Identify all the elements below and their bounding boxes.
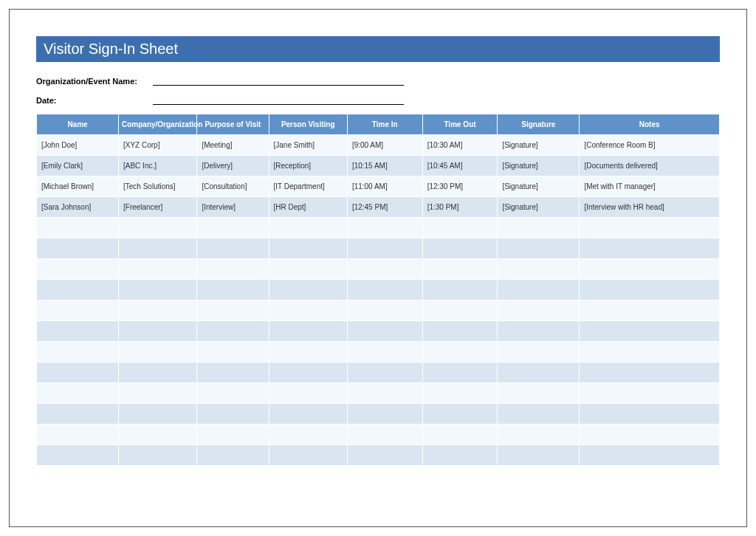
cell-notes[interactable]: [Documents delivered] — [580, 156, 720, 176]
cell-purpose[interactable]: [Delivery] — [197, 156, 269, 176]
cell-empty[interactable] — [498, 445, 580, 466]
cell-person[interactable]: [Reception] — [269, 156, 347, 176]
cell-empty[interactable] — [580, 383, 720, 404]
cell-empty[interactable] — [119, 383, 197, 404]
cell-empty[interactable] — [347, 321, 422, 342]
cell-name[interactable]: [Emily Clark] — [37, 156, 119, 176]
cell-empty[interactable] — [347, 445, 422, 466]
cell-empty[interactable] — [347, 218, 422, 238]
cell-empty[interactable] — [269, 300, 347, 321]
cell-empty[interactable] — [498, 238, 580, 259]
cell-empty[interactable] — [37, 404, 119, 425]
cell-empty[interactable] — [269, 280, 347, 300]
cell-purpose[interactable]: [Interview] — [197, 197, 269, 218]
cell-empty[interactable] — [498, 259, 580, 280]
cell-empty[interactable] — [422, 425, 498, 445]
cell-empty[interactable] — [422, 363, 498, 383]
cell-empty[interactable] — [197, 259, 269, 280]
cell-empty[interactable] — [498, 280, 580, 300]
cell-empty[interactable] — [37, 425, 119, 445]
cell-empty[interactable] — [422, 259, 498, 280]
cell-empty[interactable] — [422, 404, 498, 425]
cell-empty[interactable] — [498, 383, 580, 404]
cell-empty[interactable] — [422, 218, 498, 238]
cell-time-out[interactable]: [12:30 PM] — [422, 176, 498, 197]
cell-empty[interactable] — [37, 321, 119, 342]
cell-empty[interactable] — [580, 300, 720, 321]
cell-empty[interactable] — [119, 445, 197, 466]
cell-signature[interactable]: [Signature] — [498, 135, 580, 156]
cell-purpose[interactable]: [Meeting] — [197, 135, 269, 156]
cell-empty[interactable] — [580, 218, 720, 238]
cell-time-out[interactable]: [1:30 PM] — [422, 197, 498, 218]
cell-empty[interactable] — [580, 404, 720, 425]
cell-empty[interactable] — [37, 238, 119, 259]
cell-empty[interactable] — [119, 218, 197, 238]
cell-signature[interactable]: [Signature] — [498, 156, 580, 176]
cell-empty[interactable] — [422, 238, 498, 259]
cell-empty[interactable] — [119, 425, 197, 445]
cell-empty[interactable] — [347, 342, 422, 363]
date-input-line[interactable] — [153, 95, 404, 105]
cell-empty[interactable] — [119, 280, 197, 300]
cell-empty[interactable] — [269, 259, 347, 280]
cell-empty[interactable] — [197, 342, 269, 363]
cell-empty[interactable] — [119, 238, 197, 259]
cell-empty[interactable] — [269, 383, 347, 404]
cell-empty[interactable] — [119, 321, 197, 342]
cell-empty[interactable] — [197, 383, 269, 404]
cell-empty[interactable] — [580, 425, 720, 445]
cell-empty[interactable] — [119, 300, 197, 321]
cell-empty[interactable] — [422, 300, 498, 321]
cell-empty[interactable] — [37, 300, 119, 321]
cell-company[interactable]: [Freelancer] — [119, 197, 197, 218]
cell-empty[interactable] — [498, 218, 580, 238]
cell-empty[interactable] — [347, 404, 422, 425]
cell-empty[interactable] — [37, 280, 119, 300]
cell-empty[interactable] — [269, 363, 347, 383]
cell-empty[interactable] — [347, 238, 422, 259]
cell-company[interactable]: [Tech Solutions] — [119, 176, 197, 197]
cell-empty[interactable] — [498, 321, 580, 342]
cell-empty[interactable] — [347, 280, 422, 300]
cell-empty[interactable] — [422, 342, 498, 363]
cell-empty[interactable] — [347, 425, 422, 445]
cell-notes[interactable]: [Met with IT manager] — [580, 176, 720, 197]
cell-company[interactable]: [ABC Inc.] — [119, 156, 197, 176]
cell-empty[interactable] — [269, 218, 347, 238]
cell-empty[interactable] — [347, 300, 422, 321]
cell-empty[interactable] — [197, 404, 269, 425]
cell-empty[interactable] — [498, 363, 580, 383]
cell-purpose[interactable]: [Consultation] — [197, 176, 269, 197]
cell-empty[interactable] — [119, 342, 197, 363]
cell-time-in[interactable]: [10:15 AM] — [347, 156, 422, 176]
cell-empty[interactable] — [580, 259, 720, 280]
cell-person[interactable]: [IT Department] — [269, 176, 347, 197]
cell-empty[interactable] — [37, 218, 119, 238]
cell-time-in[interactable]: [12:45 PM] — [347, 197, 422, 218]
cell-empty[interactable] — [197, 300, 269, 321]
cell-empty[interactable] — [37, 342, 119, 363]
cell-empty[interactable] — [37, 363, 119, 383]
cell-empty[interactable] — [498, 425, 580, 445]
cell-empty[interactable] — [119, 363, 197, 383]
cell-empty[interactable] — [580, 280, 720, 300]
cell-empty[interactable] — [269, 425, 347, 445]
cell-person[interactable]: [Jane Smith] — [269, 135, 347, 156]
cell-empty[interactable] — [580, 445, 720, 466]
cell-name[interactable]: [Michael Brown] — [37, 176, 119, 197]
cell-empty[interactable] — [422, 321, 498, 342]
cell-empty[interactable] — [269, 404, 347, 425]
cell-empty[interactable] — [119, 404, 197, 425]
cell-empty[interactable] — [498, 300, 580, 321]
cell-empty[interactable] — [347, 383, 422, 404]
cell-empty[interactable] — [197, 425, 269, 445]
cell-empty[interactable] — [197, 445, 269, 466]
cell-empty[interactable] — [269, 445, 347, 466]
cell-person[interactable]: [HR Dept] — [269, 197, 347, 218]
cell-time-out[interactable]: [10:45 AM] — [422, 156, 498, 176]
cell-empty[interactable] — [269, 342, 347, 363]
cell-empty[interactable] — [422, 445, 498, 466]
cell-empty[interactable] — [37, 259, 119, 280]
cell-name[interactable]: [John Doe] — [37, 135, 119, 156]
